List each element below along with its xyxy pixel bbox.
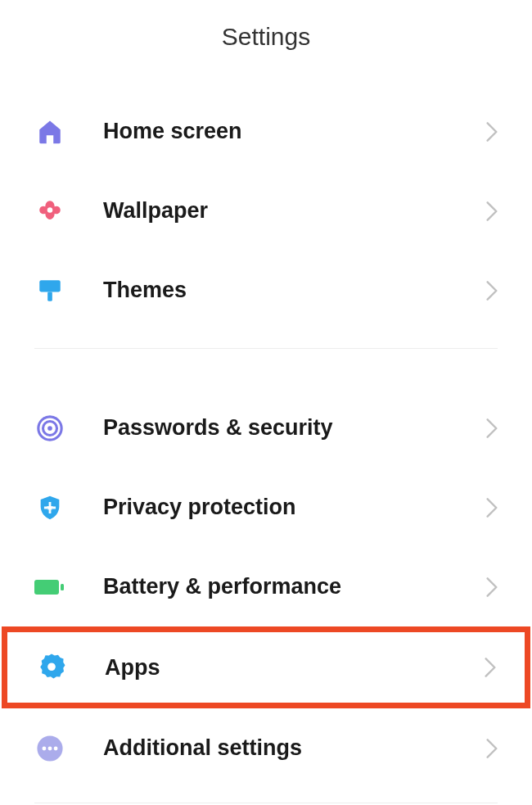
settings-item-home-screen[interactable]: Home screen	[0, 92, 532, 171]
brush-icon	[34, 275, 65, 306]
svg-rect-1	[39, 280, 61, 292]
settings-item-battery-performance[interactable]: Battery & performance	[0, 547, 532, 626]
chevron-right-icon	[486, 739, 498, 758]
header: Settings	[0, 0, 532, 92]
divider	[34, 803, 498, 803]
chevron-right-icon	[486, 577, 498, 597]
page-title: Settings	[0, 23, 532, 51]
item-label: Additional settings	[103, 735, 486, 761]
settings-item-passwords-security[interactable]: Passwords & security	[0, 388, 532, 468]
settings-item-themes[interactable]: Themes	[0, 251, 532, 330]
gear-icon	[36, 652, 67, 683]
chevron-right-icon	[486, 122, 498, 142]
svg-point-11	[43, 746, 47, 750]
chevron-right-icon	[485, 658, 496, 677]
svg-point-13	[54, 746, 58, 750]
svg-point-9	[47, 663, 56, 671]
flower-icon	[34, 196, 65, 227]
chevron-right-icon	[486, 201, 498, 221]
shield-icon	[34, 492, 65, 523]
settings-item-additional-settings[interactable]: Additional settings	[0, 708, 532, 788]
item-label: Apps	[105, 655, 485, 681]
item-label: Battery & performance	[103, 574, 486, 599]
svg-point-5	[47, 426, 52, 431]
item-label: Wallpaper	[103, 198, 486, 224]
item-label: Privacy protection	[103, 495, 486, 520]
svg-rect-2	[47, 292, 52, 301]
svg-point-0	[47, 207, 53, 213]
fingerprint-icon	[34, 413, 65, 444]
divider	[34, 348, 498, 349]
item-label: Passwords & security	[103, 415, 486, 441]
settings-item-apps[interactable]: Apps	[2, 626, 530, 708]
settings-list: Home screen Wallpaper Themes	[0, 92, 532, 803]
dots-icon	[34, 733, 65, 764]
battery-icon	[34, 572, 65, 603]
item-label: Themes	[103, 278, 486, 303]
chevron-right-icon	[486, 418, 498, 438]
chevron-right-icon	[486, 281, 498, 301]
svg-rect-7	[34, 580, 59, 595]
settings-item-privacy-protection[interactable]: Privacy protection	[0, 468, 532, 547]
home-icon	[34, 116, 65, 147]
svg-rect-8	[61, 584, 64, 590]
svg-point-12	[48, 746, 52, 750]
chevron-right-icon	[486, 498, 498, 518]
item-label: Home screen	[103, 119, 486, 144]
settings-item-wallpaper[interactable]: Wallpaper	[0, 171, 532, 251]
